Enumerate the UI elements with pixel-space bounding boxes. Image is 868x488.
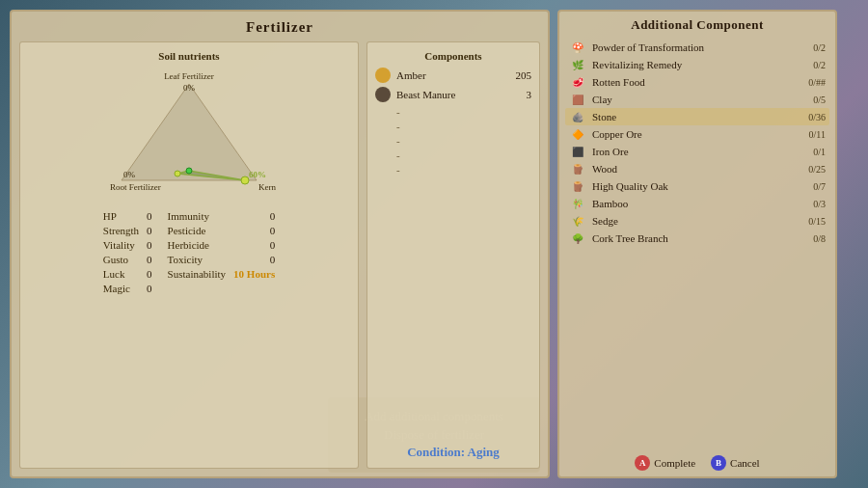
svg-point-4	[175, 171, 180, 176]
top-section: Soil nutrients Leaf Fertilizer 0%	[19, 41, 540, 469]
item-sedge[interactable]: 🌾 Sedge 0/15	[565, 212, 829, 230]
rotten-food-qty: 0/##	[808, 77, 826, 88]
powder-name: Powder of Transformation	[592, 41, 807, 53]
sedge-name: Sedge	[592, 215, 802, 227]
item-clay[interactable]: 🟫 Clay 0/5	[565, 91, 829, 108]
copper-ore-name: Copper Ore	[592, 128, 803, 140]
svg-text:Leaf Fertilizer: Leaf Fertilizer	[164, 71, 214, 81]
high-quality-oak-name: High Quality Oak	[592, 180, 807, 192]
clay-icon: 🟫	[569, 93, 586, 106]
comp-empty-2: -	[396, 121, 531, 132]
item-wood[interactable]: 🪵 Wood 0/25	[565, 160, 829, 177]
beast-manure-name: Beast Manure	[396, 89, 521, 100]
luck-label: Luck	[103, 268, 125, 280]
vitality-val: 0	[147, 239, 152, 251]
svg-marker-0	[122, 84, 257, 180]
stone-name: Stone	[592, 111, 802, 122]
bamboo-qty: 0/3	[813, 199, 826, 209]
strength-label: Strength	[103, 225, 139, 236]
cork-tree-branch-qty: 0/8	[813, 233, 826, 244]
comp-empty-3: -	[396, 135, 531, 147]
svg-point-2	[241, 176, 249, 184]
remedy-qty: 0/2	[813, 60, 826, 70]
bottom-controls: A Complete B Cancel	[565, 455, 829, 471]
stat-immunity: Immunity 0	[168, 210, 276, 222]
item-cork-tree-branch[interactable]: 🌳 Cork Tree Branch 0/8	[565, 230, 829, 247]
copper-ore-icon: 🔶	[569, 127, 586, 141]
beast-manure-icon	[375, 87, 391, 102]
amber-name: Amber	[396, 69, 510, 81]
comp-empty-5: -	[396, 164, 531, 176]
stat-luck: Luck 0	[103, 268, 152, 280]
stat-magic: Magic 0	[103, 283, 152, 294]
item-iron-ore[interactable]: ⬛ Iron Ore 0/1	[565, 143, 829, 160]
cancel-label: Cancel	[730, 457, 760, 469]
bamboo-name: Bamboo	[592, 198, 807, 209]
immunity-label: Immunity	[168, 210, 209, 222]
toxicity-val: 0	[270, 254, 276, 265]
cork-tree-branch-name: Cork Tree Branch	[592, 232, 807, 244]
magic-val: 0	[147, 283, 152, 294]
rotten-food-icon: 🥩	[569, 75, 586, 89]
svg-text:60%: 60%	[249, 170, 266, 179]
remedy-icon: 🌿	[569, 58, 586, 71]
stat-herbicide: Herbicide 0	[168, 239, 276, 251]
stat-vitality: Vitality 0	[103, 239, 152, 251]
sustainability-label: Sustainability	[168, 268, 227, 280]
svg-point-3	[186, 168, 192, 174]
stat-toxicity: Toxicity 0	[168, 254, 276, 265]
svg-text:Kernel: Kernel	[258, 182, 276, 192]
complete-label: Complete	[654, 457, 695, 469]
clay-qty: 0/5	[813, 95, 826, 105]
components-title: Components	[375, 50, 531, 62]
additional-title: Additional Component	[565, 17, 829, 33]
hp-label: HP	[103, 210, 117, 222]
stat-gusto: Gusto 0	[103, 254, 152, 265]
fertilizer-panel: Fertilizer Soil nutrients	[10, 10, 550, 478]
wood-name: Wood	[592, 163, 802, 175]
item-powder-of-transformation[interactable]: 🍄 Powder of Transformation 0/2	[565, 39, 829, 56]
item-copper-ore[interactable]: 🔶 Copper Ore 0/11	[565, 125, 829, 143]
stat-strength: Strength 0	[103, 225, 152, 236]
gusto-label: Gusto	[103, 254, 128, 265]
amber-qty: 205	[516, 69, 532, 81]
wood-icon: 🪵	[569, 162, 586, 176]
iron-ore-name: Iron Ore	[592, 146, 807, 157]
high-quality-oak-qty: 0/7	[813, 181, 826, 192]
immunity-val: 0	[270, 210, 276, 222]
soil-title: Soil nutrients	[158, 50, 219, 62]
item-rotten-food[interactable]: 🥩 Rotten Food 0/##	[565, 73, 829, 91]
magic-label: Magic	[103, 283, 130, 294]
stat-pesticide: Pesticide 0	[168, 225, 276, 236]
a-button[interactable]: A	[635, 455, 650, 471]
amber-icon	[375, 68, 391, 83]
pesticide-val: 0	[270, 225, 276, 236]
comp-empty-1: -	[396, 106, 531, 118]
hp-val: 0	[147, 210, 152, 222]
b-button[interactable]: B	[711, 455, 726, 471]
components-panel: Components Amber 205 Beast Manure 3 - - …	[366, 41, 540, 469]
toxicity-label: Toxicity	[168, 254, 203, 265]
stone-qty: 0/36	[808, 112, 826, 122]
condition-text: Condition: Aging	[375, 437, 531, 460]
svg-text:0%: 0%	[123, 170, 136, 179]
comp-empty-4: -	[396, 149, 531, 161]
cork-tree-branch-icon: 🌳	[569, 231, 586, 245]
stat-col-right: Immunity 0 Pesticide 0 Herbicide 0 Tox	[168, 210, 276, 294]
item-stone[interactable]: 🪨 Stone 0/36	[565, 108, 829, 125]
cancel-control[interactable]: B Cancel	[711, 455, 760, 471]
component-beast-manure: Beast Manure 3	[375, 87, 531, 102]
item-revitalizing-remedy[interactable]: 🌿 Revitalizing Remedy 0/2	[565, 56, 829, 73]
iron-ore-qty: 0/1	[813, 147, 826, 157]
vitality-label: Vitality	[103, 239, 135, 251]
item-high-quality-oak[interactable]: 🪵 High Quality Oak 0/7	[565, 177, 829, 195]
gusto-val: 0	[147, 254, 152, 265]
complete-control[interactable]: A Complete	[635, 455, 695, 471]
svg-text:Root Fertilizer: Root Fertilizer	[110, 182, 161, 192]
stat-col-left: HP 0 Strength 0 Vitality 0 Gusto	[103, 210, 152, 294]
radar-chart-svg: Leaf Fertilizer 0% Root Fertilizer 0% Ke…	[102, 69, 276, 195]
rotten-food-name: Rotten Food	[592, 76, 802, 88]
item-bamboo[interactable]: 🎋 Bamboo 0/3	[565, 195, 829, 212]
herbicide-val: 0	[270, 239, 276, 251]
stat-sustainability: Sustainability 10 Hours	[168, 268, 276, 280]
